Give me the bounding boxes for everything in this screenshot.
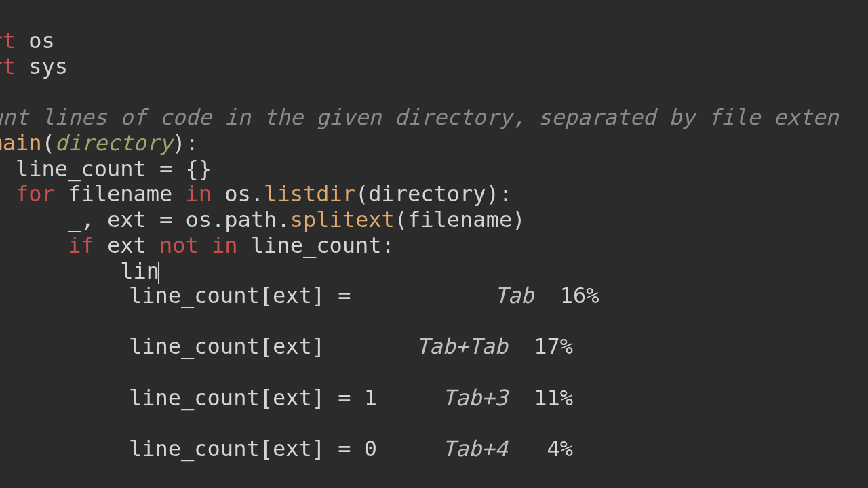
completion-suggestion: line_count[ext] = 1 xyxy=(129,385,377,411)
for-keyword: for xyxy=(16,181,55,207)
in-keyword-2: in xyxy=(212,232,238,258)
completion-item[interactable]: line_count[ext] = 0 Tab+4 4% xyxy=(129,436,599,462)
splitext-arg: filename xyxy=(408,207,512,232)
os-name: os xyxy=(224,181,251,207)
line-4-comment: Count lines of code in the given directo… xyxy=(0,104,839,130)
line-5: f main(directory): xyxy=(0,130,199,156)
completion-key: Tab+4 xyxy=(442,436,507,462)
import-keyword: port xyxy=(0,54,16,79)
line-8: _, ext = os.path.splitext(filename) xyxy=(0,207,525,232)
ospath: os.path xyxy=(186,207,277,232)
completion-suggestion: line_count[ext] xyxy=(129,333,325,359)
completion-item[interactable]: line_count[ext] = 1 Tab+3 11% xyxy=(129,386,599,411)
module-sys: sys xyxy=(28,54,68,79)
code-editor[interactable]: port os port sys Count lines of code in … xyxy=(0,3,839,284)
line-9: if ext not in line_count: xyxy=(0,232,395,258)
function-name: main xyxy=(0,130,42,156)
module-os: os xyxy=(28,28,55,54)
in-keyword: in xyxy=(186,181,212,207)
destructure: _, ext = xyxy=(68,207,172,232)
completion-item[interactable]: line_count[ext] Tab+Tab 17% xyxy=(129,334,599,360)
not-keyword: not xyxy=(159,232,199,258)
completion-key: Tab+Tab xyxy=(416,333,508,359)
completion-suggestion: line_count[ext] = 0 xyxy=(129,436,377,462)
parameter-directory: directory xyxy=(55,130,172,156)
completion-pct: 17% xyxy=(534,333,573,359)
linecount-var: line_count xyxy=(251,232,382,258)
completion-key: Tab+3 xyxy=(442,385,507,411)
line-6: line_count = {} xyxy=(0,156,212,182)
completion-pct: 11% xyxy=(534,385,573,411)
completion-item[interactable]: line_count[ext] = Tab 16% xyxy=(129,283,599,309)
listdir-arg: directory xyxy=(368,181,486,207)
line-count-init: line_count = {} xyxy=(16,156,212,182)
ext-var: ext xyxy=(107,232,146,258)
completion-pct: 16% xyxy=(560,283,599,308)
splitext-call: splitext xyxy=(290,207,395,232)
line-2: port sys xyxy=(0,54,68,79)
line-7: for filename in os.listdir(directory): xyxy=(0,181,512,207)
line-1: port os xyxy=(0,28,55,54)
comment: Count lines of code in the given directo… xyxy=(0,104,839,130)
completion-suggestion: line_count[ext] = xyxy=(129,283,351,308)
listdir-call: listdir xyxy=(264,181,355,207)
completion-popup[interactable]: line_count[ext] = Tab 16% line_count[ext… xyxy=(129,258,599,488)
completion-pct: 4% xyxy=(547,436,574,462)
import-keyword: port xyxy=(0,28,16,54)
filename-var: filename xyxy=(68,181,172,207)
completion-key: Tab xyxy=(494,283,534,308)
if-keyword: if xyxy=(68,232,94,258)
